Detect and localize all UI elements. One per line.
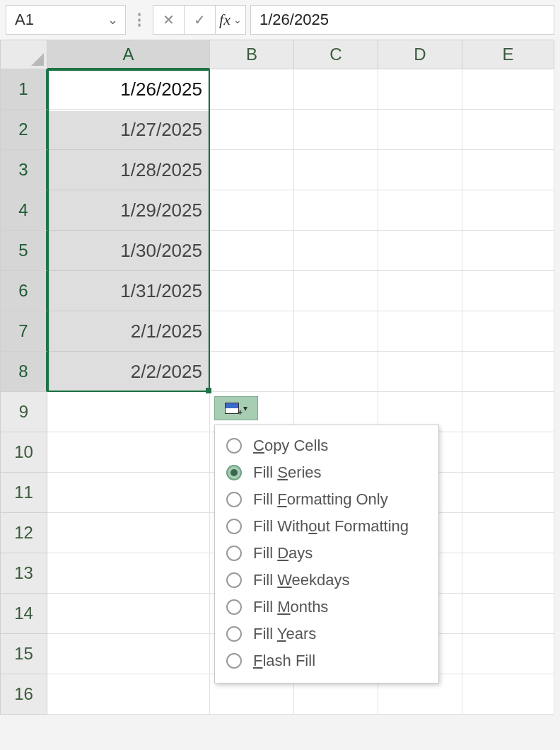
cell-B7[interactable] (210, 311, 294, 352)
cell-E1[interactable] (462, 69, 554, 110)
insert-function-button[interactable]: fx⌄ (215, 5, 246, 35)
cell-E12[interactable] (462, 513, 554, 553)
row-header-2[interactable]: 2 (0, 110, 47, 150)
cell-B5[interactable] (210, 231, 294, 271)
cell-E14[interactable] (462, 594, 554, 634)
autofill-menu-item[interactable]: Flash Fill (223, 647, 427, 674)
cell-A1[interactable]: 1/26/2025 (47, 69, 210, 110)
cell-E15[interactable] (462, 634, 554, 674)
cell-C6[interactable] (294, 271, 378, 311)
cell-D3[interactable] (378, 150, 462, 190)
cell-A7[interactable]: 2/1/2025 (47, 311, 210, 352)
cell-E13[interactable] (462, 553, 554, 594)
row-header-14[interactable]: 14 (0, 594, 47, 634)
cell-A2[interactable]: 1/27/2025 (47, 110, 210, 150)
autofill-menu-item[interactable]: Fill Days (223, 540, 427, 567)
cell-E7[interactable] (462, 311, 554, 352)
row-header-12[interactable]: 12 (0, 513, 47, 553)
row-header-11[interactable]: 11 (0, 473, 47, 513)
row-header-5[interactable]: 5 (0, 231, 47, 271)
cell-B2[interactable] (210, 110, 294, 150)
autofill-options-menu: Copy CellsFill SeriesFill Formatting Onl… (214, 425, 439, 683)
autofill-menu-item[interactable]: Copy Cells (223, 432, 427, 459)
radio-icon (226, 465, 242, 480)
formula-input[interactable]: 1/26/2025 (250, 5, 554, 35)
menu-item-label: Fill Days (253, 544, 313, 562)
autofill-menu-item[interactable]: Fill Months (223, 594, 427, 621)
cell-D5[interactable] (378, 231, 462, 271)
autofill-menu-item[interactable]: Fill Formatting Only (223, 486, 427, 513)
autofill-options-button[interactable]: ▾ (214, 396, 258, 420)
cell-A13[interactable] (47, 553, 210, 594)
cell-D1[interactable] (378, 69, 462, 110)
cell-A6[interactable]: 1/31/2025 (47, 271, 210, 311)
cell-A10[interactable] (47, 432, 210, 473)
row-header-3[interactable]: 3 (0, 150, 47, 190)
row-header-13[interactable]: 13 (0, 553, 47, 594)
cell-E6[interactable] (462, 271, 554, 311)
row-header-6[interactable]: 6 (0, 271, 47, 311)
cell-C2[interactable] (294, 110, 378, 150)
spreadsheet-grid: ABCDE 11/26/202521/27/202531/28/202541/2… (0, 40, 560, 715)
name-box[interactable]: A1 ⌄ (6, 5, 126, 35)
cell-A12[interactable] (47, 513, 210, 553)
column-header-D[interactable]: D (378, 40, 462, 69)
cell-A8[interactable]: 2/2/2025 (47, 352, 210, 392)
cell-E11[interactable] (462, 473, 554, 513)
cell-C8[interactable] (294, 352, 378, 392)
cell-D6[interactable] (378, 271, 462, 311)
cancel-button[interactable]: ✕ (153, 5, 184, 35)
cell-B3[interactable] (210, 150, 294, 190)
cell-C5[interactable] (294, 231, 378, 271)
cell-A14[interactable] (47, 594, 210, 634)
cell-C4[interactable] (294, 190, 378, 231)
autofill-menu-item[interactable]: Fill Weekdays (223, 567, 427, 594)
cell-D4[interactable] (378, 190, 462, 231)
cell-A16[interactable] (47, 674, 210, 715)
cell-E10[interactable] (462, 432, 554, 473)
cell-E9[interactable] (462, 392, 554, 432)
cell-E3[interactable] (462, 150, 554, 190)
select-all-corner[interactable] (0, 40, 47, 69)
formula-value: 1/26/2025 (259, 11, 329, 29)
chevron-down-icon[interactable]: ⌄ (107, 12, 118, 28)
row-header-10[interactable]: 10 (0, 432, 47, 473)
cell-D2[interactable] (378, 110, 462, 150)
enter-button[interactable]: ✓ (184, 5, 215, 35)
row-header-15[interactable]: 15 (0, 634, 47, 674)
cell-A11[interactable] (47, 473, 210, 513)
column-header-A[interactable]: A (47, 40, 210, 69)
row-header-7[interactable]: 7 (0, 311, 47, 352)
column-header-B[interactable]: B (210, 40, 294, 69)
cell-D7[interactable] (378, 311, 462, 352)
row-header-9[interactable]: 9 (0, 392, 47, 432)
cell-E5[interactable] (462, 231, 554, 271)
cell-A15[interactable] (47, 634, 210, 674)
cell-B4[interactable] (210, 190, 294, 231)
cell-A5[interactable]: 1/30/2025 (47, 231, 210, 271)
autofill-menu-item[interactable]: Fill Series (223, 459, 427, 486)
row-header-16[interactable]: 16 (0, 674, 47, 715)
row-header-1[interactable]: 1 (0, 69, 47, 110)
autofill-menu-item[interactable]: Fill Years (223, 621, 427, 647)
cell-A4[interactable]: 1/29/2025 (47, 190, 210, 231)
cell-B1[interactable] (210, 69, 294, 110)
row-header-8[interactable]: 8 (0, 352, 47, 392)
autofill-menu-item[interactable]: Fill Without Formatting (223, 513, 427, 540)
cell-A3[interactable]: 1/28/2025 (47, 150, 210, 190)
column-header-E[interactable]: E (462, 40, 554, 69)
row-header-4[interactable]: 4 (0, 190, 47, 231)
cell-C7[interactable] (294, 311, 378, 352)
cell-E8[interactable] (462, 352, 554, 392)
cell-B8[interactable] (210, 352, 294, 392)
cell-B6[interactable] (210, 271, 294, 311)
column-header-C[interactable]: C (294, 40, 378, 69)
cell-D8[interactable] (378, 352, 462, 392)
cell-E4[interactable] (462, 190, 554, 231)
cell-A9[interactable] (47, 392, 210, 432)
cell-C1[interactable] (294, 69, 378, 110)
cell-E16[interactable] (462, 674, 554, 715)
cell-C3[interactable] (294, 150, 378, 190)
cell-E2[interactable] (462, 110, 554, 150)
row: 31/28/2025 (0, 150, 560, 190)
